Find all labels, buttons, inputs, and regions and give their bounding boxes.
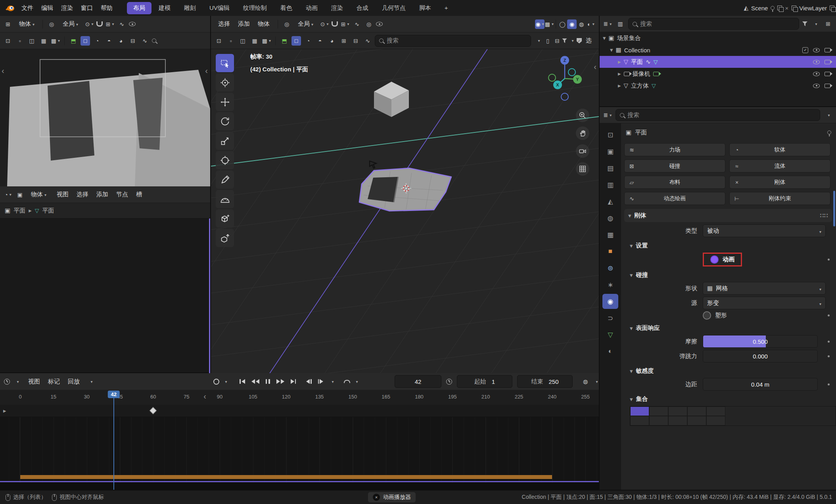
physics-button[interactable]: ≈ 流体 — [729, 159, 830, 172]
tool-cursor[interactable] — [216, 73, 234, 92]
bookmark-icon[interactable]: ▯ — [543, 36, 552, 46]
shield-check-icon[interactable] — [577, 38, 582, 44]
cube-object[interactable] — [374, 82, 409, 117]
tab-object-data[interactable]: ▽ — [602, 327, 618, 342]
editor-type-dropdown[interactable] — [12, 377, 22, 386]
shape-dropdown[interactable]: ▦ 网格 — [703, 282, 826, 295]
channel-expand-icon[interactable] — [3, 407, 6, 414]
select-mode-icon[interactable]: ▫ — [226, 36, 236, 46]
wave-icon[interactable]: ∿ — [140, 36, 150, 46]
shader-type-dropdown[interactable]: 物体 — [27, 189, 50, 200]
workspace-tab[interactable]: 着色 — [274, 2, 299, 14]
tab-collection[interactable]: ▦ — [602, 227, 618, 242]
tab-physics[interactable]: ◉ — [602, 294, 618, 309]
outliner-item-collection[interactable]: ▦ Collection — [600, 44, 836, 56]
tool-scale[interactable] — [216, 132, 234, 150]
shading-solid-icon[interactable]: □ — [81, 36, 90, 46]
render-camera-icon[interactable] — [824, 60, 830, 64]
tab-tool[interactable]: ⊡ — [602, 127, 618, 142]
editor-type-icon[interactable]: ◔ — [3, 190, 13, 199]
sync-dropdown[interactable] — [591, 377, 601, 386]
physics-button[interactable]: ▱ 布料 — [624, 176, 725, 189]
expand-icon[interactable] — [618, 70, 621, 77]
tab-render[interactable]: ▣ — [602, 144, 618, 159]
navigation-gizmo[interactable]: Z Y X — [541, 55, 589, 102]
frame-end-field[interactable]: 结束 250 — [517, 375, 573, 388]
sculpt-checkbox[interactable] — [703, 311, 711, 320]
auto-key-icon[interactable] — [213, 379, 219, 385]
outliner-item-plane[interactable]: ▽ 平面 ∿ ▽ — [600, 56, 836, 68]
auto-key-dropdown[interactable] — [221, 377, 230, 386]
select-mode-dropdown[interactable]: ▩ — [262, 36, 271, 46]
current-frame-field[interactable]: 42 — [395, 375, 441, 388]
shading-material-icon[interactable]: ◍ — [577, 19, 586, 29]
mode-dropdown[interactable]: 物体 — [15, 19, 38, 29]
physics-button[interactable]: ⊢ 刚体约束 — [729, 192, 830, 205]
shading-icon[interactable]: ◔ — [303, 36, 313, 46]
tool-transform[interactable] — [216, 151, 234, 169]
select-mode-icon[interactable]: ◫ — [238, 36, 247, 46]
collections-section[interactable]: 集合 — [630, 395, 836, 403]
physics-button[interactable]: ≋ 力场 — [624, 143, 725, 156]
collisions-section[interactable]: 碰撞 — [630, 271, 836, 279]
select-mode-icon[interactable]: ▦ — [39, 36, 48, 46]
zoom-button[interactable] — [576, 109, 589, 122]
expand-icon[interactable] — [610, 46, 613, 54]
options-dropdown[interactable] — [823, 110, 833, 120]
tool-measure[interactable] — [216, 190, 234, 208]
menu-item[interactable]: 窗口 — [77, 3, 97, 13]
menu-item[interactable]: 标记 — [44, 376, 64, 387]
proportional-icon[interactable]: ∿ — [352, 19, 362, 29]
timeline-ruler[interactable]: 0153045607590105120135150165180195210225… — [0, 390, 599, 405]
animated-checkbox[interactable] — [710, 255, 719, 264]
render-camera-icon[interactable] — [824, 48, 830, 52]
filter-dropdown[interactable] — [811, 19, 820, 29]
camera-view-button[interactable] — [576, 144, 589, 158]
shading-icon[interactable]: ◓ — [104, 36, 114, 46]
stop-player-icon[interactable] — [373, 494, 380, 501]
surface-response-section[interactable]: 表面响应 — [630, 324, 836, 332]
orientation-dropdown[interactable]: 全局 — [294, 19, 317, 29]
settings-section[interactable]: 设置 — [630, 242, 836, 249]
tab-particles[interactable]: ∗ — [602, 277, 618, 292]
tab-modifiers[interactable]: ⊚ — [602, 261, 618, 276]
hide-eye-icon[interactable] — [813, 60, 820, 64]
blender-logo[interactable] — [5, 3, 15, 13]
menu-item[interactable]: 视图 — [53, 189, 73, 200]
viewlayer-selector[interactable]: ViewLayer — [792, 5, 834, 11]
expand-icon[interactable] — [618, 58, 621, 65]
expand-icon[interactable] — [618, 82, 621, 89]
add-cube-icon[interactable]: ⬒ — [280, 36, 289, 46]
shading-icon[interactable]: ◕ — [327, 36, 337, 46]
render-camera-icon[interactable] — [824, 72, 830, 76]
workspace-tab[interactable]: + — [438, 2, 454, 14]
plane-object[interactable] — [359, 168, 451, 211]
frame-start-field[interactable]: 起始 1 — [457, 375, 512, 388]
proportional-falloff-icon[interactable]: ◎ — [364, 19, 374, 29]
workspace-tab[interactable]: 脚本 — [413, 2, 437, 14]
select-mode-icon[interactable]: ▦ — [250, 36, 259, 46]
collapse-chevron[interactable]: ‹ — [594, 63, 596, 71]
layout-icon[interactable]: ⊟ — [552, 36, 562, 46]
add-cube-icon[interactable]: ⬒ — [69, 36, 78, 46]
next-keyframe-button[interactable] — [274, 377, 287, 386]
properties-search[interactable]: 搜索 — [615, 109, 820, 121]
workspace-tab[interactable]: 雕刻 — [178, 2, 202, 14]
keying-set-icon[interactable] — [344, 380, 350, 383]
workspace-tab[interactable]: 渲染 — [325, 2, 349, 14]
menu-item[interactable]: 槽 — [132, 189, 146, 200]
timeline-editor-icon[interactable] — [4, 379, 10, 385]
animate-dot[interactable] — [828, 341, 830, 343]
select-tool-icon[interactable]: ⊡ — [3, 36, 13, 46]
playback-dropdown[interactable] — [86, 377, 96, 386]
shading-icon[interactable]: ◔ — [92, 36, 102, 46]
outliner-item-scene-collection[interactable]: ▣ 场景集合 — [600, 32, 836, 44]
filter-dropdown[interactable] — [567, 36, 577, 46]
menu-item[interactable]: 选择 — [214, 19, 234, 29]
menu-item[interactable]: 视图 — [24, 376, 44, 387]
tool-annotate[interactable] — [216, 171, 234, 189]
exclude-checkbox[interactable] — [802, 47, 808, 53]
overlays-dropdown[interactable]: ▩ — [545, 19, 554, 29]
filter-funnel-icon[interactable] — [802, 21, 807, 26]
gizmo-dropdown[interactable]: ◉ — [535, 19, 545, 29]
